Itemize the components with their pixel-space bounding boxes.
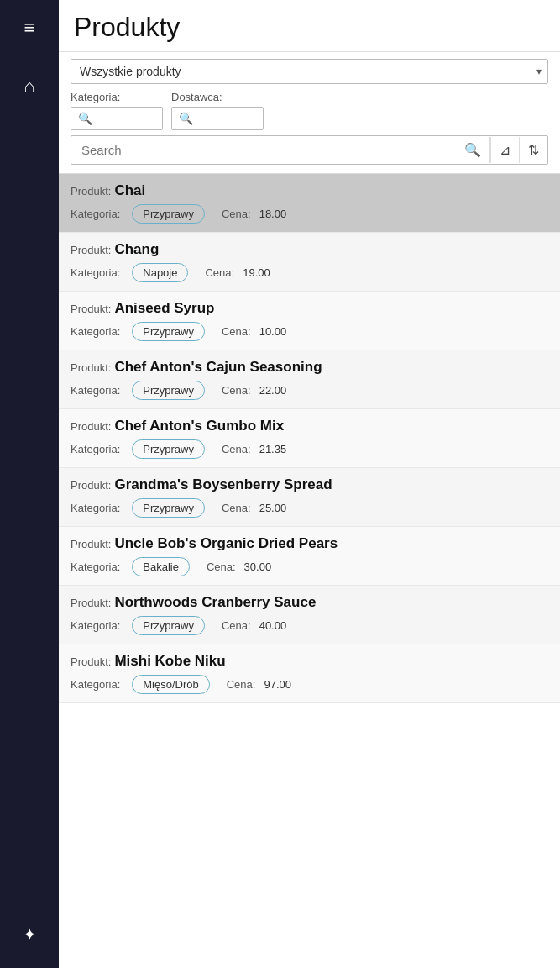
kategoria-label: Kategoria:: [71, 325, 120, 338]
produkt-label: Produkt:: [71, 479, 111, 492]
product-name: Chai: [114, 182, 145, 199]
kategoria-search-box[interactable]: 🔍: [71, 107, 163, 130]
cena-label: Cena:: [222, 619, 251, 632]
product-detail-row: Kategoria: Przyprawy Cena: 22.00: [71, 381, 548, 400]
kategoria-label: Kategoria:: [71, 208, 120, 220]
search-button[interactable]: 🔍: [456, 137, 489, 163]
kategoria-label: Kategoria:: [71, 266, 120, 279]
product-item[interactable]: Produkt: Chef Anton's Gumbo Mix Kategori…: [59, 409, 560, 468]
kategoria-label: Kategoria:: [71, 384, 120, 397]
cena-label: Cena:: [227, 678, 256, 691]
cena-label: Cena:: [222, 325, 251, 338]
product-name: Mishi Kobe Niku: [114, 653, 225, 670]
dostawca-label: Dostawca:: [171, 91, 264, 103]
main-content: Produkty Wszystkie produkty ▾ Kategoria:…: [59, 0, 560, 968]
produkt-label: Produkt:: [71, 244, 111, 256]
cena-label: Cena:: [205, 266, 234, 279]
kategoria-filter-group: Kategoria: 🔍: [71, 91, 163, 130]
filter-bar: Wszystkie produkty ▾ Kategoria: 🔍 Dostaw…: [59, 52, 560, 174]
product-detail-row: Kategoria: Bakalie Cena: 30.00: [71, 557, 548, 576]
cena-value: 40.00: [259, 619, 287, 632]
kategoria-search-icon: 🔍: [78, 112, 92, 125]
cena-value: 21.35: [259, 443, 287, 455]
dostawca-search-box[interactable]: 🔍: [171, 107, 264, 130]
category-badge[interactable]: Przyprawy: [132, 204, 205, 224]
product-detail-row: Kategoria: Przyprawy Cena: 21.35: [71, 439, 548, 459]
product-name-row: Produkt: Northwoods Cranberry Sauce: [71, 594, 548, 611]
product-name: Chang: [114, 241, 159, 258]
category-badge[interactable]: Przyprawy: [132, 616, 205, 635]
category-badge[interactable]: Napoje: [132, 263, 188, 282]
product-name: Northwoods Cranberry Sauce: [114, 594, 316, 611]
product-name: Chef Anton's Gumbo Mix: [114, 418, 284, 434]
category-badge[interactable]: Przyprawy: [132, 322, 205, 341]
cena-label: Cena:: [222, 208, 251, 220]
product-detail-row: Kategoria: Przyprawy Cena: 18.00: [71, 204, 548, 224]
cena-label: Cena:: [222, 443, 251, 455]
category-badge[interactable]: Przyprawy: [132, 439, 205, 459]
product-item[interactable]: Produkt: Uncle Bob's Organic Dried Pears…: [59, 527, 560, 586]
filter-button[interactable]: ⊿: [490, 137, 519, 163]
product-name-row: Produkt: Aniseed Syrup: [71, 300, 548, 317]
cena-value: 22.00: [259, 384, 287, 397]
produkt-label: Produkt:: [71, 302, 111, 315]
product-item[interactable]: Produkt: Chang Kategoria: Napoje Cena: 1…: [59, 233, 560, 292]
product-name-row: Produkt: Chai: [71, 182, 548, 199]
kategoria-label: Kategoria:: [71, 91, 163, 103]
category-badge[interactable]: Mięso/Drób: [132, 675, 209, 694]
cena-label: Cena:: [207, 560, 236, 573]
cena-value: 30.00: [244, 560, 272, 573]
produkt-label: Produkt:: [71, 538, 111, 550]
home-button[interactable]: ⌂: [17, 69, 41, 104]
product-detail-row: Kategoria: Przyprawy Cena: 10.00: [71, 322, 548, 341]
settings-button[interactable]: ✦: [16, 918, 44, 951]
product-item[interactable]: Produkt: Chef Anton's Cajun Seasoning Ka…: [59, 350, 560, 409]
product-name-row: Produkt: Chef Anton's Gumbo Mix: [71, 418, 548, 434]
all-products-dropdown[interactable]: Wszystkie produkty: [71, 59, 548, 84]
category-badge[interactable]: Bakalie: [132, 557, 190, 576]
product-name-row: Produkt: Grandma's Boysenberry Spread: [71, 476, 548, 493]
produkt-label: Produkt:: [71, 597, 111, 609]
sidebar: ≡ ⌂ ✦: [0, 0, 59, 968]
product-item[interactable]: Produkt: Aniseed Syrup Kategoria: Przypr…: [59, 292, 560, 350]
page-title: Produkty: [59, 0, 560, 52]
search-input[interactable]: [71, 136, 456, 164]
product-name: Chef Anton's Cajun Seasoning: [114, 359, 322, 376]
kategoria-label: Kategoria:: [71, 678, 120, 691]
cena-value: 25.00: [259, 502, 287, 514]
sort-icon: ⇅: [528, 143, 539, 157]
search-icon: 🔍: [464, 143, 481, 157]
hamburger-menu-button[interactable]: ≡: [18, 10, 42, 45]
produkt-label: Produkt:: [71, 361, 111, 374]
cena-label: Cena:: [222, 502, 251, 514]
product-item[interactable]: Produkt: Chai Kategoria: Przyprawy Cena:…: [59, 174, 560, 233]
product-name-row: Produkt: Mishi Kobe Niku: [71, 653, 548, 670]
toolbar-icons: ⊿ ⇅: [489, 137, 547, 163]
cena-value: 19.00: [243, 266, 270, 279]
cena-label: Cena:: [222, 384, 251, 397]
filter-labels-row: Kategoria: 🔍 Dostawca: 🔍: [71, 91, 548, 130]
kategoria-label: Kategoria:: [71, 443, 120, 455]
category-badge[interactable]: Przyprawy: [132, 381, 205, 400]
filter-icon: ⊿: [500, 143, 510, 157]
product-list: Produkt: Chai Kategoria: Przyprawy Cena:…: [59, 174, 560, 968]
produkt-label: Produkt:: [71, 420, 111, 433]
product-detail-row: Kategoria: Przyprawy Cena: 40.00: [71, 616, 548, 635]
dostawca-filter-group: Dostawca: 🔍: [171, 91, 264, 130]
kategoria-label: Kategoria:: [71, 560, 120, 573]
product-item[interactable]: Produkt: Grandma's Boysenberry Spread Ka…: [59, 468, 560, 527]
product-name: Aniseed Syrup: [114, 300, 214, 317]
sort-button[interactable]: ⇅: [519, 137, 547, 163]
product-name: Uncle Bob's Organic Dried Pears: [114, 535, 338, 552]
product-name-row: Produkt: Chef Anton's Cajun Seasoning: [71, 359, 548, 376]
dostawca-search-icon: 🔍: [179, 112, 193, 125]
produkt-label: Produkt:: [71, 655, 111, 668]
category-badge[interactable]: Przyprawy: [132, 498, 205, 518]
product-item[interactable]: Produkt: Mishi Kobe Niku Kategoria: Mięs…: [59, 644, 560, 703]
product-item[interactable]: Produkt: Northwoods Cranberry Sauce Kate…: [59, 586, 560, 644]
search-bar: 🔍 ⊿ ⇅: [71, 135, 548, 165]
cena-value: 97.00: [264, 678, 291, 691]
product-name-row: Produkt: Uncle Bob's Organic Dried Pears: [71, 535, 548, 552]
kategoria-label: Kategoria:: [71, 502, 120, 514]
produkt-label: Produkt:: [71, 185, 111, 197]
